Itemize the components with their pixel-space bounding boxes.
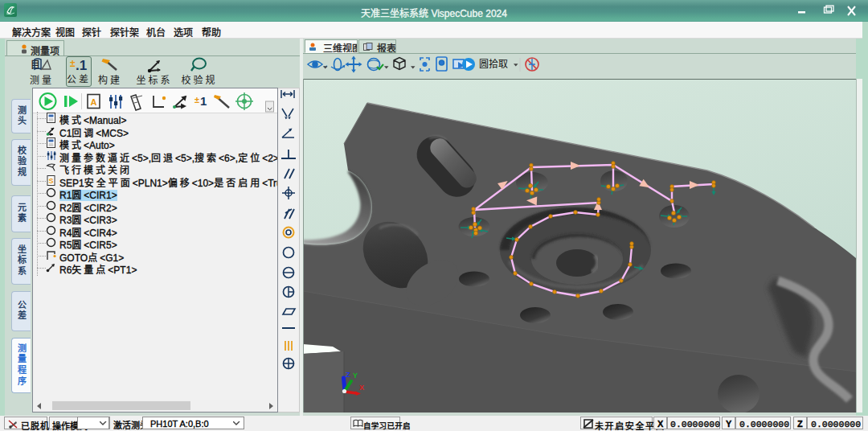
svg-text:±: ± (70, 58, 76, 69)
svg-text:X: X (359, 384, 364, 392)
svg-text:±: ± (194, 95, 199, 105)
svg-text:.1: .1 (76, 58, 87, 73)
svg-text:A: A (91, 97, 97, 107)
svg-text:1: 1 (200, 94, 207, 108)
svg-text:圆拾取: 圆拾取 (479, 58, 508, 70)
svg-text:Y: Y (353, 371, 358, 380)
svg-text:S: S (48, 177, 53, 185)
svg-text:Z: Z (346, 371, 350, 379)
